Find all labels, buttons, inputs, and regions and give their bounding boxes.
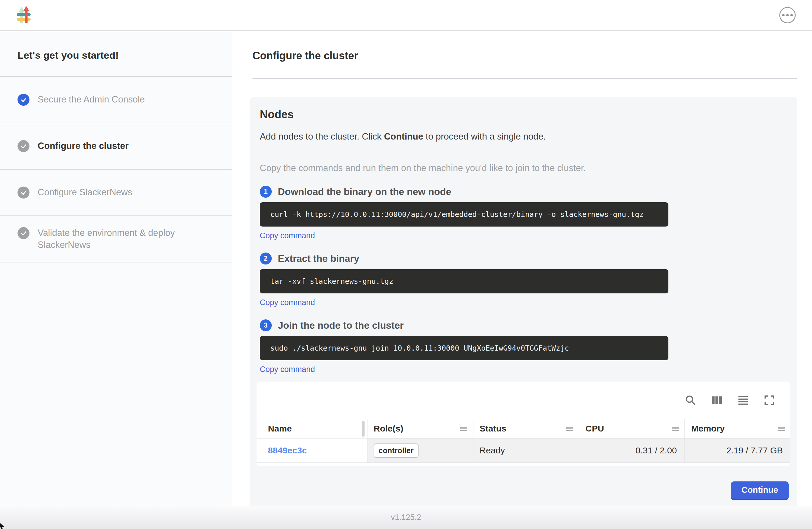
check-circle-icon xyxy=(17,227,29,239)
pinned-column-scrollbar[interactable] xyxy=(362,421,365,437)
step-header: 1 Download the binary on the new node xyxy=(260,186,791,198)
ellipsis-icon xyxy=(782,14,785,16)
step-header: 3 Join the node to the cluster xyxy=(260,319,791,331)
density-icon[interactable] xyxy=(737,394,750,407)
copy-command-link[interactable]: Copy command xyxy=(260,365,315,374)
node-memory-cell: 2.19 / 7.77 GB xyxy=(684,439,791,462)
copy-command-link[interactable]: Copy command xyxy=(260,231,315,240)
continue-keyword: Continue xyxy=(384,131,423,142)
panel-actions: Continue xyxy=(260,482,791,500)
column-menu-icon[interactable] xyxy=(672,424,679,433)
columns-icon[interactable] xyxy=(710,394,723,407)
role-badge: controller xyxy=(374,443,419,458)
step-download-binary: 1 Download the binary on the new node cu… xyxy=(260,186,791,240)
description-text: Add nodes to the cluster. Click xyxy=(260,131,384,142)
sidebar-item-label: Validate the environment & deploy Slacke… xyxy=(38,227,207,251)
column-menu-icon[interactable] xyxy=(778,424,785,433)
table-toolbar xyxy=(257,382,791,419)
command-code-block: tar -xvf slackernews-gnu.tgz xyxy=(260,269,668,294)
nodes-section-title: Nodes xyxy=(260,108,791,121)
node-cpu-cell: 0.31 / 2.00 xyxy=(579,439,684,462)
nodes-table-card: Name Role(s) Status xyxy=(257,382,791,466)
command-text: sudo ./slackernews-gnu join 10.0.0.11:30… xyxy=(270,344,569,352)
check-circle-icon xyxy=(17,187,29,199)
column-header-label: CPU xyxy=(585,424,604,433)
setup-steps-sidebar: Let's get you started! Secure the Admin … xyxy=(0,31,232,506)
description-text: to proceed with a single node. xyxy=(423,131,546,142)
command-code-block: curl -k https://10.0.0.11:30000/api/v1/e… xyxy=(260,202,668,227)
step-header: 2 Extract the binary xyxy=(260,253,791,264)
column-header-status[interactable]: Status xyxy=(473,419,579,438)
step-extract-binary: 2 Extract the binary tar -xvf slackernew… xyxy=(260,253,791,307)
column-header-cpu[interactable]: CPU xyxy=(579,419,684,438)
page-title: Configure the cluster xyxy=(252,49,812,62)
command-text: tar -xvf slackernews-gnu.tgz xyxy=(270,277,393,286)
step-number-badge: 2 xyxy=(260,253,272,264)
sidebar-title: Let's get you started! xyxy=(0,31,232,61)
more-menu-button[interactable] xyxy=(779,7,796,23)
ellipsis-icon xyxy=(786,14,789,16)
continue-button[interactable]: Continue xyxy=(731,482,789,500)
column-header-name[interactable]: Name xyxy=(257,419,367,438)
step-join-node: 3 Join the node to the cluster sudo ./sl… xyxy=(260,319,791,374)
node-name-cell: 8849ec3c xyxy=(257,439,367,462)
sidebar-item-configure-cluster: Configure the cluster xyxy=(0,123,232,170)
table-row: 8849ec3c controller Ready 0.31 / 2.00 2.… xyxy=(257,439,791,463)
main-content: Configure the cluster Nodes Add nodes to… xyxy=(232,31,812,506)
column-header-label: Role(s) xyxy=(374,424,403,433)
check-circle-icon xyxy=(17,140,29,152)
sidebar-item-label: Configure the cluster xyxy=(38,140,129,152)
add-nodes-description: Add nodes to the cluster. Click Continue… xyxy=(260,131,791,142)
check-circle-icon xyxy=(17,94,29,106)
search-icon[interactable] xyxy=(684,394,697,407)
step-title: Download the binary on the new node xyxy=(278,186,451,197)
node-roles-cell: controller xyxy=(367,439,473,462)
sidebar-item-label: Secure the Admin Console xyxy=(38,94,145,105)
slackernews-logo-icon xyxy=(16,6,31,25)
column-header-roles[interactable]: Role(s) xyxy=(367,419,473,438)
column-menu-icon[interactable] xyxy=(460,424,468,433)
column-header-label: Status xyxy=(480,424,506,433)
column-header-label: Memory xyxy=(691,424,725,433)
step-number-badge: 3 xyxy=(260,319,272,331)
command-code-block: sudo ./slackernews-gnu join 10.0.0.11:30… xyxy=(260,336,668,360)
node-name-link[interactable]: 8849ec3c xyxy=(268,445,307,455)
step-number-badge: 1 xyxy=(260,186,272,198)
sidebar-item-configure-slackernews: Configure SlackerNews xyxy=(0,170,232,216)
table-header-row: Name Role(s) Status xyxy=(257,419,791,439)
copy-command-link[interactable]: Copy command xyxy=(260,298,315,307)
top-bar xyxy=(0,0,812,31)
table-card-bottom-padding xyxy=(257,463,791,466)
nodes-panel: Nodes Add nodes to the cluster. Click Co… xyxy=(249,97,797,509)
sidebar-item-label: Configure SlackerNews xyxy=(38,187,132,198)
column-header-label: Name xyxy=(268,424,292,433)
column-header-memory[interactable]: Memory xyxy=(684,419,791,438)
fullscreen-icon[interactable] xyxy=(763,394,776,407)
sidebar-item-secure-admin-console: Secure the Admin Console xyxy=(0,77,232,123)
app-footer: v1.125.2 xyxy=(0,506,812,529)
node-status-cell: Ready xyxy=(473,439,579,462)
mouse-cursor xyxy=(0,522,6,529)
title-divider xyxy=(252,78,797,78)
step-title: Join the node to the cluster xyxy=(278,320,404,331)
command-text: curl -k https://10.0.0.11:30000/api/v1/e… xyxy=(270,210,643,219)
sidebar-item-validate-deploy: Validate the environment & deploy Slacke… xyxy=(0,216,232,262)
copy-commands-instructions: Copy the commands and run them on the ma… xyxy=(260,163,791,173)
ellipsis-icon xyxy=(791,14,793,16)
step-title: Extract the binary xyxy=(278,253,359,264)
version-label: v1.125.2 xyxy=(391,513,421,522)
column-menu-icon[interactable] xyxy=(566,424,574,433)
app-window: Let's get you started! Secure the Admin … xyxy=(0,0,812,529)
